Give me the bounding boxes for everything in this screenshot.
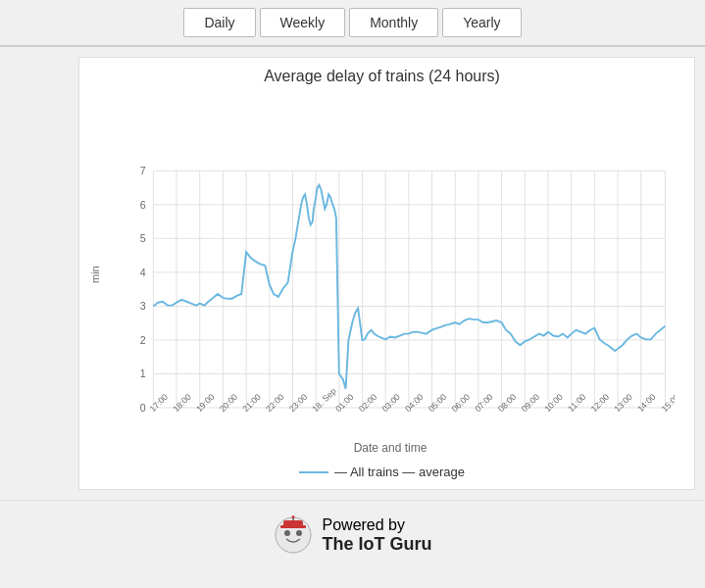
x-axis-label: Date and time (106, 441, 675, 455)
svg-point-63 (284, 530, 290, 536)
svg-text:19:00: 19:00 (194, 392, 217, 415)
svg-text:20:00: 20:00 (218, 392, 240, 415)
svg-point-68 (291, 515, 294, 518)
chart-svg: 7 6 5 4 3 2 1 0 (106, 95, 675, 436)
svg-text:06:00: 06:00 (450, 392, 473, 415)
legend-label: — All trains — average (334, 465, 465, 479)
svg-text:07:00: 07:00 (473, 392, 495, 415)
svg-text:6: 6 (140, 199, 146, 211)
svg-text:05:00: 05:00 (427, 392, 449, 415)
legend-line-icon (299, 471, 328, 473)
tab-monthly[interactable]: Monthly (349, 8, 438, 37)
svg-text:09:00: 09:00 (520, 392, 542, 415)
chart-container: Average delay of trains (24 hours) min 7… (78, 57, 695, 490)
footer: Powered by The IoT Guru (0, 500, 705, 569)
svg-text:02:00: 02:00 (357, 392, 379, 415)
svg-text:15:00: 15:00 (660, 392, 675, 415)
powered-by-label: Powered by (323, 516, 432, 534)
svg-rect-66 (280, 525, 306, 528)
footer-text-block: Powered by The IoT Guru (323, 516, 432, 555)
svg-text:0: 0 (140, 402, 146, 414)
tab-weekly[interactable]: Weekly (260, 8, 346, 37)
svg-point-64 (296, 530, 302, 536)
svg-text:14:00: 14:00 (635, 392, 658, 415)
svg-text:18. Sep: 18. Sep (310, 386, 337, 414)
brand-name: The IoT Guru (323, 534, 432, 555)
svg-text:3: 3 (140, 300, 146, 312)
chart-title: Average delay of trains (24 hours) (89, 68, 675, 85)
svg-text:10:00: 10:00 (542, 392, 565, 415)
svg-text:11:00: 11:00 (566, 392, 588, 415)
svg-text:2: 2 (140, 334, 146, 346)
tab-bar: Daily Weekly Monthly Yearly (0, 0, 705, 47)
svg-text:17:00: 17:00 (148, 392, 171, 415)
chart-wrap: min 7 6 5 4 3 2 (89, 95, 675, 455)
svg-text:04:00: 04:00 (403, 392, 426, 415)
svg-text:21:00: 21:00 (240, 392, 263, 415)
svg-text:12:00: 12:00 (589, 392, 612, 415)
svg-text:01:00: 01:00 (333, 392, 356, 415)
svg-text:03:00: 03:00 (380, 392, 403, 415)
svg-text:5: 5 (140, 232, 146, 244)
y-axis-label: min (89, 95, 101, 455)
tab-daily[interactable]: Daily (183, 8, 255, 37)
svg-text:13:00: 13:00 (612, 392, 634, 415)
chart-inner: 7 6 5 4 3 2 1 0 (106, 95, 675, 455)
svg-text:22:00: 22:00 (264, 392, 286, 415)
tab-yearly[interactable]: Yearly (442, 8, 521, 37)
footer-logo-icon (274, 515, 313, 555)
svg-text:1: 1 (140, 368, 146, 379)
svg-text:08:00: 08:00 (496, 392, 519, 415)
svg-text:18:00: 18:00 (171, 392, 193, 415)
svg-text:4: 4 (140, 267, 146, 278)
svg-text:7: 7 (140, 165, 146, 176)
chart-legend: — All trains — average (89, 465, 675, 479)
svg-text:23:00: 23:00 (287, 392, 310, 415)
